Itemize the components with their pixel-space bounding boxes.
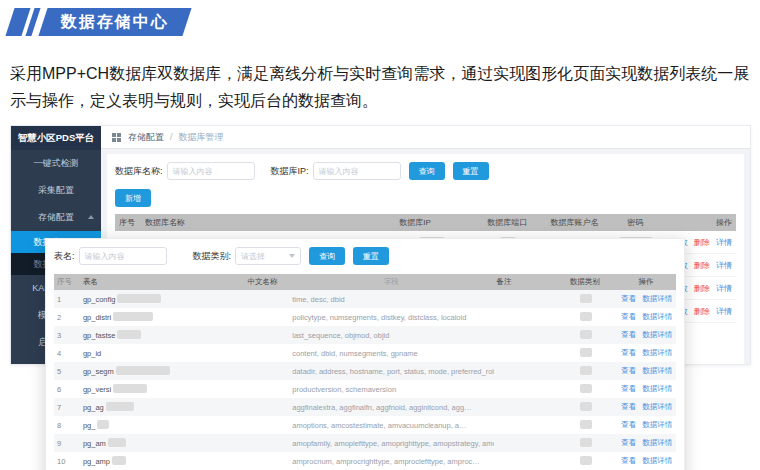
redacted-value [580, 348, 592, 357]
dialog-search-button[interactable]: 查询 [309, 247, 345, 265]
sidebar-app-title: 智慧小区PDS平台 [11, 126, 101, 150]
chevron-up-icon [88, 215, 94, 219]
redacted-value [580, 438, 592, 447]
redacted-value [580, 384, 592, 393]
sidebar-item-collect-config[interactable]: 采集配置 [11, 177, 101, 204]
redacted-value [580, 366, 592, 375]
view-link[interactable]: 查看 [621, 294, 636, 303]
col-header: 中文名称 [244, 277, 289, 287]
table-list-body: 1 gp_config time, desc, dbid 查看 数据详情 2 g… [54, 290, 676, 470]
section-banner: 数据存储中心 [10, 8, 187, 36]
delete-link[interactable]: 删除 [694, 284, 710, 293]
redacted-value [580, 330, 592, 339]
col-header: 密码 [609, 217, 661, 228]
page-title: 数据存储中心 [61, 12, 169, 33]
redacted-value [108, 438, 126, 447]
view-link[interactable]: 查看 [621, 384, 636, 393]
grid-icon [111, 132, 122, 143]
redacted-value [580, 402, 592, 411]
redacted-value [106, 402, 134, 411]
select-placeholder: 请选择 [241, 251, 265, 262]
redacted-value [580, 312, 592, 321]
delete-link[interactable]: 删除 [694, 238, 710, 247]
col-header: 备注 [494, 277, 554, 287]
view-link[interactable]: 查看 [621, 402, 636, 411]
col-header: 表名 [80, 277, 244, 287]
col-header: 数据类别 [553, 277, 616, 287]
dialog-filter-row: 表名: 数据类别: 请选择 查询 重置 [54, 247, 676, 265]
db-name-input[interactable] [167, 162, 255, 180]
data-type-select[interactable]: 请选择 [235, 247, 301, 265]
redacted-value [117, 294, 161, 303]
breadcrumb-current: 数据库管理 [179, 131, 224, 144]
view-link[interactable]: 查看 [621, 420, 636, 429]
data-detail-link[interactable]: 数据详情 [642, 420, 672, 429]
breadcrumb: 存储配置 / 数据库管理 [101, 126, 750, 149]
data-detail-link[interactable]: 数据详情 [642, 312, 672, 321]
db-reset-button[interactable]: 重置 [453, 162, 489, 180]
database-table-header: 序号 数据库名称 数据库IP 数据库端口 数据库账户名 密码 操作 [115, 214, 736, 231]
breadcrumb-section[interactable]: 存储配置 [128, 131, 164, 144]
data-detail-link[interactable]: 数据详情 [642, 384, 672, 393]
view-link[interactable]: 查看 [621, 366, 636, 375]
db-filter-row: 数据库名称: 数据库IP: 查询 重置 [115, 162, 736, 180]
view-link[interactable]: 查看 [621, 348, 636, 357]
col-header: 序号 [115, 217, 141, 228]
db-search-button[interactable]: 查询 [409, 162, 445, 180]
redacted-value [113, 384, 147, 393]
col-header: 数据库账户名 [540, 217, 610, 228]
view-link[interactable]: 查看 [621, 312, 636, 321]
delete-link[interactable]: 删除 [694, 307, 710, 316]
add-button[interactable]: 新增 [115, 189, 151, 207]
section-description: 采用MPP+CH数据库双数据库，满足离线分析与实时查询需求，通过实现图形化页面实… [10, 60, 756, 114]
table-name-label: 表名: [54, 250, 75, 263]
data-detail-link[interactable]: 数据详情 [642, 348, 672, 357]
db-ip-input[interactable] [313, 162, 401, 180]
table-row: 1 gp_config time, desc, dbid 查看 数据详情 [54, 290, 676, 308]
col-header: 数据库名称 [141, 217, 355, 228]
col-header: 操作 [661, 217, 736, 228]
data-type-label: 数据类别: [193, 250, 232, 263]
data-detail-link[interactable]: 数据详情 [642, 330, 672, 339]
redacted-value [116, 366, 170, 375]
sidebar-item-storage-config[interactable]: 存储配置 [11, 204, 101, 231]
table-list: 序号 表名 中文名称 字段 备注 数据类别 操作 1 gp_config tim… [54, 274, 676, 470]
view-link[interactable]: 查看 [621, 330, 636, 339]
redacted-value [112, 456, 126, 465]
col-header: 序号 [54, 277, 80, 287]
data-detail-link[interactable]: 数据详情 [642, 294, 672, 303]
sidebar-item-one-key-check[interactable]: 一键式检测 [11, 150, 101, 177]
sidebar-item-label: 存储配置 [38, 212, 74, 222]
data-detail-link[interactable]: 数据详情 [642, 366, 672, 375]
table-row: 8 pg_ amoptions, amcostestimate, amvacuu… [54, 416, 676, 434]
table-row: 9 pg_am amopfamily, amoplefttype, amopri… [54, 434, 676, 452]
db-ip-label: 数据库IP: [271, 165, 309, 178]
page-root: 数据存储中心 采用MPP+CH数据库双数据库，满足离线分析与实时查询需求，通过实… [0, 0, 760, 470]
breadcrumb-separator: / [170, 132, 173, 142]
table-row: 4 gp_id content, dbid, numsegments, gpna… [54, 344, 676, 362]
redacted-value [580, 420, 592, 429]
detail-link[interactable]: 详情 [716, 261, 732, 270]
table-row: 6 gp_versi productversion, schemaversion… [54, 380, 676, 398]
redacted-value [97, 420, 109, 429]
col-header: 数据库端口 [475, 217, 540, 228]
data-detail-link[interactable]: 数据详情 [642, 456, 672, 465]
detail-link[interactable]: 详情 [716, 307, 732, 316]
db-name-label: 数据库名称: [115, 165, 163, 178]
data-detail-link[interactable]: 数据详情 [642, 438, 672, 447]
detail-link[interactable]: 详情 [716, 284, 732, 293]
table-row: 3 gp_fastse last_sequence, objmod, objid… [54, 326, 676, 344]
view-link[interactable]: 查看 [621, 456, 636, 465]
dialog-reset-button[interactable]: 重置 [353, 247, 389, 265]
detail-link[interactable]: 详情 [716, 238, 732, 247]
redacted-value [113, 312, 153, 321]
view-link[interactable]: 查看 [621, 438, 636, 447]
table-list-header: 序号 表名 中文名称 字段 备注 数据类别 操作 [54, 274, 676, 290]
col-header: 数据库IP [355, 217, 475, 228]
table-row: 2 gp_distri policytype, numsegments, dis… [54, 308, 676, 326]
delete-link[interactable]: 删除 [694, 261, 710, 270]
col-header: 字段 [289, 277, 493, 287]
redacted-value [117, 330, 141, 339]
table-name-input[interactable] [79, 247, 167, 265]
data-detail-link[interactable]: 数据详情 [642, 402, 672, 411]
